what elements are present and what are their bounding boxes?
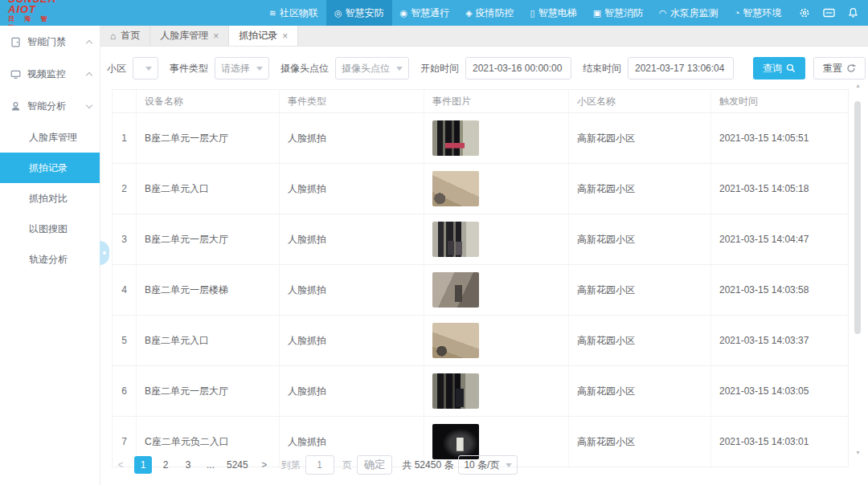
search-icon bbox=[786, 63, 796, 73]
sidebar-group-smart-analysis[interactable]: 智能分析 bbox=[0, 90, 100, 122]
event-type-select[interactable]: 请选择 bbox=[215, 57, 269, 79]
event-type-cell: 人脸抓拍 bbox=[280, 214, 424, 264]
top-bar: SUNSEA AIOT 日 海 智 能 ≋ 社区物联 ◎ 智慧安防 ◉ 智慧通行… bbox=[0, 0, 868, 26]
topnav-item-smart-security[interactable]: ◎ 智慧安防 bbox=[326, 0, 392, 26]
page-button-last[interactable]: 5245 bbox=[224, 456, 251, 474]
sidebar-item-image-search[interactable]: 以图搜图 bbox=[0, 214, 100, 244]
start-time-label: 开始时间 bbox=[420, 62, 459, 75]
event-photo[interactable] bbox=[432, 222, 479, 257]
smart-elevator-icon: ▯ bbox=[530, 8, 535, 18]
scroll-down-arrow-icon[interactable]: ▼ bbox=[854, 449, 862, 456]
header-community-name: 小区名称 bbox=[569, 90, 711, 112]
topnav-item-smart-fire[interactable]: ▣ 智慧消防 bbox=[585, 0, 651, 26]
community-cell: 高新花园小区 bbox=[569, 417, 711, 467]
tab-label: 首页 bbox=[121, 29, 140, 43]
table-row[interactable]: 4 B座二单元一层楼梯 人脸抓拍 高新花园小区 2021-03-15 14:03… bbox=[113, 265, 848, 316]
topnav-item-pump-room-monitor[interactable]: ◠ 水泵房监测 bbox=[651, 0, 727, 26]
tab-capture-records[interactable]: 抓拍记录 × bbox=[229, 26, 298, 46]
next-page-button[interactable]: > bbox=[256, 456, 273, 474]
search-button[interactable]: 查询 bbox=[753, 57, 805, 79]
trigger-time-cell: 2021-03-15 14:03:37 bbox=[711, 316, 848, 365]
event-photo[interactable] bbox=[432, 373, 479, 409]
user-menu[interactable]: gxhyxqadmin bbox=[865, 7, 868, 18]
total-count-label: 共 52450 条 bbox=[402, 459, 453, 472]
camera-select[interactable]: 摄像头点位 bbox=[335, 57, 409, 79]
community-cell: 高新花园小区 bbox=[569, 265, 711, 315]
page-button-2[interactable]: 2 bbox=[157, 456, 174, 474]
close-icon[interactable]: × bbox=[213, 31, 219, 42]
table-row[interactable]: 1 B座二单元一层大厅 人脸抓拍 高新花园小区 2021-03-15 14:05… bbox=[113, 113, 848, 164]
topnav-item-smart-access[interactable]: ◉ 智慧通行 bbox=[392, 0, 458, 26]
main-content: 小区 事件类型 请选择 摄像头点位 摄像头点位 开始时间 结束时间 查询 bbox=[100, 47, 868, 485]
table-row[interactable]: 3 B座二单元一层大厅 人脸抓拍 高新花园小区 2021-03-15 14:04… bbox=[113, 214, 848, 265]
end-time-input[interactable] bbox=[628, 57, 734, 79]
smart-analysis-icon bbox=[10, 101, 21, 112]
table-row[interactable]: 5 B座二单元入口 人脸抓拍 高新花园小区 2021-03-15 14:03:3… bbox=[113, 316, 848, 366]
sidebar-item-track-analysis[interactable]: 轨迹分析 bbox=[0, 244, 100, 275]
collapse-dot-icon bbox=[103, 251, 106, 255]
sidebar-group-video-monitor[interactable]: 视频监控 bbox=[0, 58, 100, 90]
chevron-down-icon bbox=[396, 67, 403, 71]
page-button-1[interactable]: 1 bbox=[134, 456, 152, 474]
sidebar: 智能门禁 视频监控 智能分析 人脸库管理 抓拍记录 抓拍对比 以图搜图 轨迹分析 bbox=[0, 26, 100, 485]
event-photo[interactable] bbox=[432, 120, 479, 156]
scrollbar-thumb[interactable] bbox=[854, 101, 861, 334]
message-card-icon[interactable] bbox=[817, 0, 841, 26]
confirm-jump-button[interactable]: 确定 bbox=[357, 455, 393, 475]
device-name-cell: B座二单元一层楼梯 bbox=[137, 265, 280, 315]
tab-face-library[interactable]: 人脸库管理 × bbox=[150, 26, 229, 46]
row-index: 5 bbox=[113, 316, 137, 365]
sidebar-item-face-library[interactable]: 人脸库管理 bbox=[0, 122, 100, 153]
scroll-up-arrow-icon[interactable]: ▲ bbox=[854, 82, 862, 89]
event-type-placeholder: 请选择 bbox=[221, 62, 250, 75]
topnav-label: 社区物联 bbox=[280, 6, 318, 20]
community-iot-icon: ≋ bbox=[269, 8, 276, 18]
prev-page-button[interactable]: < bbox=[112, 456, 129, 474]
event-type-filter-label: 事件类型 bbox=[170, 62, 208, 75]
topnav-item-epidemic-control[interactable]: ◈ 疫情防控 bbox=[457, 0, 522, 26]
header-event-type: 事件类型 bbox=[280, 90, 424, 112]
community-cell: 高新花园小区 bbox=[569, 113, 711, 163]
app-window: SUNSEA AIOT 日 海 智 能 ≋ 社区物联 ◎ 智慧安防 ◉ 智慧通行… bbox=[0, 0, 868, 485]
table-row[interactable]: 6 B座二单元一层大厅 人脸抓拍 高新花园小区 2021-03-15 14:03… bbox=[113, 366, 848, 417]
topbar-right: gxhyxqadmin bbox=[792, 0, 868, 26]
topnav-item-smart-environment[interactable]: ◔ 智慧环境 bbox=[727, 0, 790, 26]
event-image-cell bbox=[424, 113, 569, 163]
event-image-cell bbox=[424, 366, 569, 416]
home-icon: ⌂ bbox=[110, 31, 116, 42]
smart-environment-icon: ◔ bbox=[735, 8, 740, 18]
smart-security-icon: ◎ bbox=[334, 8, 342, 18]
table-row[interactable]: 2 B座二单元入口 人脸抓拍 高新花园小区 2021-03-15 14:05:1… bbox=[113, 164, 848, 214]
topnav-item-smart-elevator[interactable]: ▯ 智慧电梯 bbox=[522, 0, 585, 26]
per-page-select[interactable]: 10 条/页 bbox=[458, 455, 518, 475]
reset-button[interactable]: 重置 bbox=[813, 57, 866, 79]
notification-bell-icon[interactable] bbox=[841, 0, 865, 26]
close-icon[interactable]: × bbox=[282, 31, 288, 42]
sidebar-item-label: 人脸库管理 bbox=[29, 131, 77, 145]
start-time-input[interactable] bbox=[465, 57, 571, 79]
event-photo[interactable] bbox=[432, 272, 479, 308]
header-index bbox=[113, 90, 137, 112]
sidebar-item-capture-records[interactable]: 抓拍记录 bbox=[0, 153, 100, 183]
topnav-item-community-iot[interactable]: ≋ 社区物联 bbox=[261, 0, 326, 26]
jump-page-input[interactable] bbox=[305, 455, 334, 475]
pagination-bar: < 1 2 3 ... 5245 > 到第 页 确定 共 52450 条 10 … bbox=[112, 454, 518, 475]
tab-home[interactable]: ⌂ 首页 bbox=[100, 26, 150, 46]
event-type-cell: 人脸抓拍 bbox=[280, 164, 424, 214]
page-button-3[interactable]: 3 bbox=[179, 456, 197, 474]
chevron-down-icon bbox=[256, 67, 263, 71]
epidemic-control-icon: ◈ bbox=[465, 8, 472, 18]
sidebar-group-label: 视频监控 bbox=[27, 67, 66, 81]
device-name-cell: B座二单元一层大厅 bbox=[137, 366, 280, 416]
event-photo[interactable] bbox=[432, 323, 479, 358]
refresh-icon bbox=[846, 63, 856, 73]
sidebar-group-access-control[interactable]: 智能门禁 bbox=[0, 26, 100, 58]
capture-table: 设备名称 事件类型 事件图片 小区名称 触发时间 1 B座二单元一层大厅 人脸抓… bbox=[112, 89, 849, 467]
settings-gear-icon[interactable] bbox=[792, 0, 817, 26]
event-image-cell bbox=[424, 316, 569, 365]
tab-label: 人脸库管理 bbox=[160, 29, 208, 43]
community-select[interactable] bbox=[133, 57, 158, 79]
sidebar-item-capture-compare[interactable]: 抓拍对比 bbox=[0, 183, 100, 214]
filter-bar: 小区 事件类型 请选择 摄像头点位 摄像头点位 开始时间 结束时间 查询 bbox=[100, 47, 868, 88]
event-photo[interactable] bbox=[432, 171, 479, 206]
